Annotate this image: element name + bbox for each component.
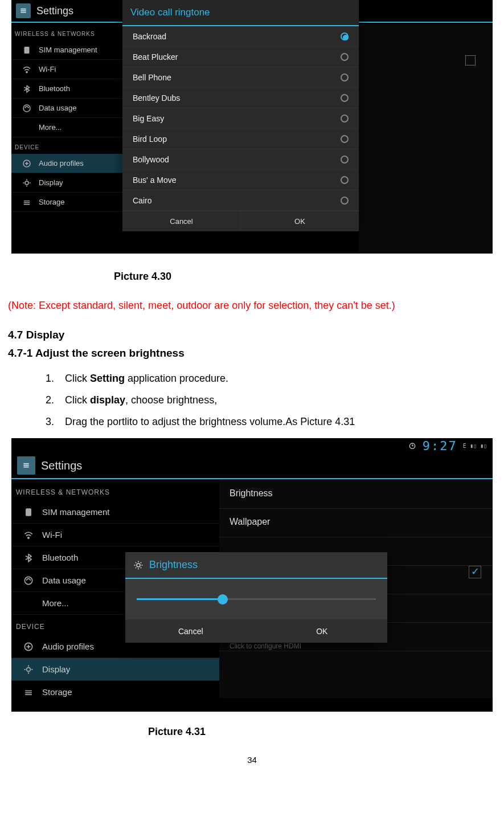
radio-icon: [341, 176, 349, 184]
svg-point-37: [137, 564, 140, 567]
sidebar-item-wi-fi[interactable]: Wi-Fi: [11, 524, 219, 546]
svg-rect-23: [26, 508, 31, 516]
settings-title: Settings: [41, 459, 82, 472]
audio-profiles-icon: [22, 158, 32, 169]
data-usage-icon: [23, 575, 34, 586]
ringtone-option-big-easy[interactable]: Big Easy: [122, 108, 359, 129]
svg-rect-21: [23, 463, 28, 464]
checkbox-checked-icon[interactable]: ✓: [469, 566, 481, 578]
screenshot-1: Settings WIRELESS & NETWORKS SIM managem…: [11, 0, 493, 254]
sidebar-item-sim-management[interactable]: SIM management: [11, 501, 219, 524]
slider-fill: [137, 598, 223, 600]
sidebar-item-audio-profiles[interactable]: Audio profiles: [11, 154, 122, 173]
slider-thumb[interactable]: [218, 594, 228, 605]
brightness-icon: [133, 560, 144, 570]
nav-bar: [11, 698, 493, 712]
ok-button[interactable]: OK: [240, 211, 359, 231]
radio-icon: [341, 197, 349, 205]
radio-icon: [341, 32, 349, 40]
section-4-7-1: 4.7-1 Adjust the screen brightness: [8, 347, 498, 360]
page-number: 34: [6, 755, 498, 765]
svg-rect-14: [24, 201, 30, 202]
sidebar-item-more-[interactable]: More...: [11, 118, 122, 137]
status-time: 9:27: [423, 439, 457, 453]
sidebar-item-sim-management[interactable]: SIM management: [11, 40, 122, 60]
radio-icon: [341, 156, 349, 164]
ringtone-option-bus-a-move[interactable]: Bus' a Move: [122, 170, 359, 190]
storage-icon: [22, 197, 32, 207]
bluetooth-icon: [23, 552, 34, 564]
settings-title: Settings: [36, 5, 73, 17]
brightness-slider[interactable]: [125, 579, 387, 619]
dialog-title: Video call ringtone: [122, 0, 359, 26]
sidebar-section-wireless: WIRELESS & NETWORKS: [11, 480, 219, 501]
ringtone-option-bentley-dubs[interactable]: Bentley Dubs: [122, 88, 359, 108]
data-usage-icon: [22, 103, 32, 113]
sidebar-item-storage[interactable]: Storage: [11, 193, 122, 212]
radio-icon: [341, 53, 349, 61]
svg-line-43: [141, 567, 142, 569]
brightness-dialog: Brightness Cancel OK: [125, 552, 387, 643]
svg-rect-35: [25, 692, 32, 693]
svg-point-4: [26, 71, 27, 72]
radio-icon: [341, 94, 349, 102]
settings-icon: [17, 456, 35, 475]
ringtone-option-bird-loop[interactable]: Bird Loop: [122, 129, 359, 149]
svg-rect-36: [25, 694, 32, 695]
steps-list: 1.Click Setting application procedure.2.…: [46, 368, 498, 432]
ringtone-option-beat-plucker[interactable]: Beat Plucker: [122, 47, 359, 67]
checkbox-icon[interactable]: [465, 55, 476, 66]
sidebar-item-display[interactable]: Display: [11, 658, 219, 681]
caption-picture-430: Picture 4.30: [114, 271, 498, 283]
svg-point-5: [23, 105, 30, 112]
svg-line-45: [141, 562, 142, 564]
svg-rect-34: [25, 691, 32, 692]
sidebar-item-display[interactable]: Display: [11, 173, 122, 193]
ringtone-option-bollywood[interactable]: Bollywood: [122, 149, 359, 170]
svg-point-25: [24, 577, 32, 584]
radio-icon: [341, 74, 349, 81]
ok-button[interactable]: OK: [256, 620, 388, 643]
ringtone-dialog: Video call ringtone BackroadBeat Plucker…: [122, 0, 359, 231]
caption-picture-431: Picture 4.31: [148, 726, 498, 738]
alarm-icon: [408, 441, 417, 450]
sim-management-icon: [22, 45, 32, 55]
display-icon: [22, 178, 32, 188]
sidebar-section-device: DEVICE: [11, 137, 122, 154]
radio-icon: [341, 115, 349, 123]
step-item: 1.Click Setting application procedure.: [46, 368, 498, 390]
audio-profiles-icon: [23, 641, 34, 652]
settings-sidebar: WIRELESS & NETWORKS SIM managementWi-FiB…: [11, 24, 122, 254]
more--icon: [22, 123, 32, 133]
display-option-wallpaper[interactable]: Wallpaper: [219, 509, 493, 537]
cancel-button[interactable]: Cancel: [125, 620, 256, 643]
svg-rect-22: [23, 467, 28, 468]
sidebar-item-bluetooth[interactable]: Bluetooth: [11, 79, 122, 99]
settings-icon: [16, 3, 31, 18]
status-bar: 9:27 E ▮▯ ▮▯: [11, 438, 493, 453]
bluetooth-icon: [22, 84, 32, 94]
ringtone-option-bell-phone[interactable]: Bell Phone: [122, 67, 359, 88]
svg-rect-0: [21, 10, 26, 11]
ringtone-option-cairo[interactable]: Cairo: [122, 190, 359, 211]
svg-point-24: [28, 537, 30, 539]
display-icon: [23, 664, 34, 675]
sidebar-section-wireless: WIRELESS & NETWORKS: [11, 24, 122, 40]
radio-icon: [341, 135, 349, 143]
section-4-7: 4.7 Display: [8, 329, 498, 341]
sidebar-item-data-usage[interactable]: Data usage: [11, 99, 122, 118]
svg-rect-16: [24, 204, 30, 205]
sim-management-icon: [23, 507, 34, 518]
svg-rect-20: [23, 465, 28, 466]
signal-indicator: E ▮▯ ▮▯: [463, 443, 487, 449]
ringtone-option-backroad[interactable]: Backroad: [122, 26, 359, 47]
display-option-brightness[interactable]: Brightness: [219, 480, 493, 509]
cancel-button[interactable]: Cancel: [122, 211, 240, 231]
sidebar-item-wi-fi[interactable]: Wi-Fi: [11, 60, 122, 79]
screenshot-2: 9:27 E ▮▯ ▮▯ Settings WIRELESS & NETWORK…: [11, 438, 493, 712]
step-item: 3.Drag the portlito to adjust the bright…: [46, 411, 498, 433]
svg-line-44: [136, 567, 137, 569]
dialog-title: Brightness: [125, 552, 387, 579]
note-red: (Note: Except standard, silent, meet, ou…: [8, 300, 498, 312]
settings-detail-pane: [359, 24, 493, 254]
